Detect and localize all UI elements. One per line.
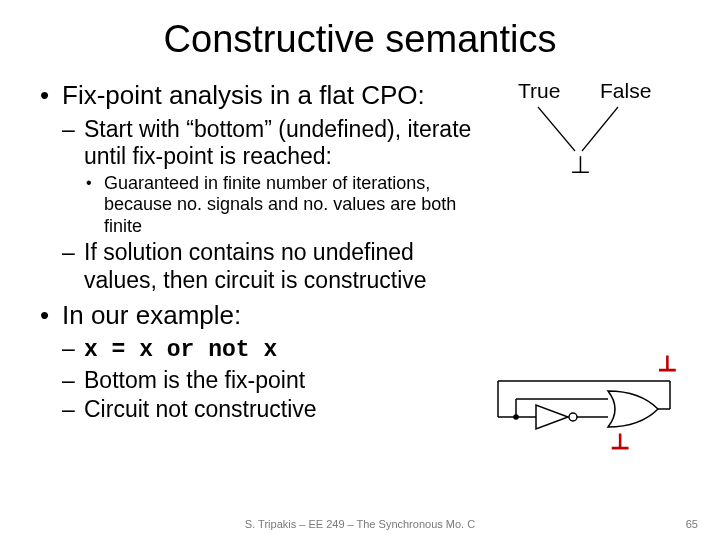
bullet-2-text: In our example: <box>62 300 241 330</box>
bullet-2-sub-1: x = x or not x <box>62 335 482 365</box>
cpo-bottom-symbol: ⊥ <box>570 151 591 179</box>
bullet-2-sub-2: Bottom is the fix-point <box>62 367 482 395</box>
bullet-2-sub-3-text: Circuit not constructive <box>84 396 317 422</box>
bullet-1: Fix-point analysis in a flat CPO: Start … <box>40 79 482 295</box>
cpo-false-label: False <box>600 79 651 103</box>
footer-text: S. Tripakis – EE 249 – The Synchronous M… <box>0 518 720 530</box>
bullet-1-sub-2: If solution contains no undefined values… <box>62 239 482 294</box>
slide-title: Constructive semantics <box>40 18 680 61</box>
right-column: True False ⊥ ⊥ <box>490 79 680 481</box>
bullet-1-sub-1-sub-1-text: Guaranteed in finite number of iteration… <box>104 173 456 236</box>
svg-point-10 <box>569 413 577 421</box>
bullet-1-sub-1: Start with “bottom” (undefined), iterate… <box>62 116 482 238</box>
circuit-diagram: ⊥ <box>490 351 680 481</box>
cpo-true-label: True <box>518 79 560 103</box>
slide: Constructive semantics Fix-point analysi… <box>0 0 720 540</box>
circuit-bottom-1: ⊥ <box>657 351 678 377</box>
svg-line-0 <box>538 107 575 151</box>
left-column: Fix-point analysis in a flat CPO: Start … <box>40 79 490 481</box>
bullet-2-sub-3: Circuit not constructive <box>62 396 482 424</box>
bullet-1-sub-2-text: If solution contains no undefined values… <box>84 239 427 293</box>
circuit-bottom-2: ⊥ <box>610 429 631 455</box>
circuit-svg <box>490 351 680 461</box>
cpo-diagram: True False ⊥ <box>490 79 680 209</box>
bullet-2-sub-2-text: Bottom is the fix-point <box>84 367 305 393</box>
content-columns: Fix-point analysis in a flat CPO: Start … <box>40 79 680 481</box>
svg-marker-9 <box>536 405 568 429</box>
bullet-1-sub-1-sub-1: Guaranteed in finite number of iteration… <box>84 173 482 238</box>
bullet-2: In our example: x = x or not x Bottom is… <box>40 299 482 424</box>
svg-line-1 <box>582 107 618 151</box>
bullet-1-sub-1-text: Start with “bottom” (undefined), iterate… <box>84 116 471 170</box>
bullet-2-sub-1-text: x = x or not x <box>84 337 277 363</box>
page-number: 65 <box>686 518 698 530</box>
bullet-1-text: Fix-point analysis in a flat CPO: <box>62 80 425 110</box>
